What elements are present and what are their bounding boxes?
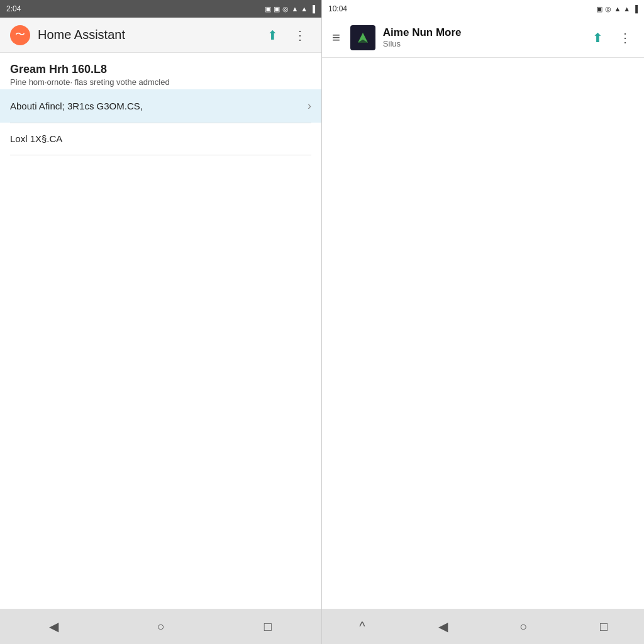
app-info-right: Aime Nun More Silus bbox=[383, 26, 579, 48]
app-logo-svg bbox=[355, 30, 370, 45]
wifi-icon-left: ▲ bbox=[291, 5, 298, 13]
list-item-1-text: Abouti Afincl; 3R1cs G3OM.CS, bbox=[10, 101, 308, 111]
more-icon-left: ⋮ bbox=[294, 28, 306, 43]
recent-button-right[interactable]: □ bbox=[589, 611, 619, 641]
content-title-left: Gream Hrh 160.L8 bbox=[10, 63, 311, 76]
home-icon-right: ○ bbox=[519, 619, 527, 634]
content-left: Gream Hrh 160.L8 Pine hom·ornote· flas s… bbox=[0, 53, 321, 609]
back-icon-right: ◀ bbox=[438, 619, 448, 634]
back-icon-left: ◀ bbox=[49, 619, 58, 634]
list-item-1[interactable]: Abouti Afincl; 3R1cs G3OM.CS, › bbox=[0, 89, 321, 123]
right-time: 10:04 bbox=[328, 4, 347, 13]
list-item-2[interactable]: Loxl 1X§.CA bbox=[0, 123, 321, 155]
nav-bar-left: ◀ ○ □ bbox=[0, 609, 321, 644]
status-bar-right: 10:04 ▣ ◎ ▲ ▲ ▐ bbox=[322, 0, 644, 18]
left-status-icons: ▣ ▣ ◎ ▲ ▲ ▐ bbox=[265, 5, 315, 13]
home-icon-left: ○ bbox=[157, 619, 164, 634]
wifi-icon-right: ▲ bbox=[614, 5, 621, 13]
app-logo-square bbox=[350, 25, 375, 50]
left-time: 2:04 bbox=[6, 4, 21, 13]
back-button-right[interactable]: ◀ bbox=[428, 611, 458, 641]
content-header-left: Gream Hrh 160.L8 Pine hom·ornote· flas s… bbox=[0, 53, 321, 89]
recent-button-left[interactable]: □ bbox=[253, 611, 283, 641]
signal-icon-right: ▲ bbox=[623, 5, 630, 13]
header-icons-left: ⬆ ⋮ bbox=[261, 24, 311, 47]
chevron-icon-1: › bbox=[308, 99, 311, 113]
hamburger-icon: ≡ bbox=[332, 30, 340, 45]
app-header-left: 〜 Home Assistant ⬆ ⋮ bbox=[0, 18, 321, 53]
app-header-right: ≡ Aime Nun More Silus ⬆ ⋮ bbox=[322, 18, 644, 58]
divider-2 bbox=[10, 155, 311, 155]
back-button-left[interactable]: ◀ bbox=[38, 611, 69, 641]
right-status-icons: ▣ ◎ ▲ ▲ ▐ bbox=[596, 5, 638, 13]
location-icon-left: ◎ bbox=[282, 5, 289, 13]
app-icon-circle: 〜 bbox=[10, 25, 30, 45]
grid-icon-right: ▣ bbox=[596, 5, 602, 13]
upload-button-right[interactable]: ⬆ bbox=[586, 26, 609, 49]
signal-icon-left: ▲ bbox=[301, 5, 308, 13]
up-button-right[interactable]: ^ bbox=[347, 611, 377, 641]
battery-icon-left: ▐ bbox=[310, 5, 315, 13]
nav-bar-right: ^ ◀ ○ □ bbox=[322, 609, 644, 644]
right-panel: 10:04 ▣ ◎ ▲ ▲ ▐ ≡ Aime Nun More Silus ⬆ bbox=[322, 0, 644, 644]
wave-icon: 〜 bbox=[15, 28, 25, 42]
content-subtitle-left: Pine hom·ornote· flas sreting vothe admc… bbox=[10, 77, 311, 87]
content-right bbox=[322, 58, 644, 609]
upload-button-left[interactable]: ⬆ bbox=[261, 24, 284, 47]
sim-icon: ▣ bbox=[274, 5, 280, 13]
more-button-left[interactable]: ⋮ bbox=[289, 24, 311, 47]
more-button-right[interactable]: ⋮ bbox=[614, 26, 636, 49]
app-title-left: Home Assistant bbox=[38, 28, 253, 42]
home-button-right[interactable]: ○ bbox=[508, 611, 538, 641]
more-icon-right: ⋮ bbox=[619, 30, 631, 45]
up-icon-right: ^ bbox=[359, 619, 365, 634]
app-sub-right: Silus bbox=[383, 39, 579, 48]
left-panel: 2:04 ▣ ▣ ◎ ▲ ▲ ▐ 〜 Home Assistant ⬆ ⋮ Gr… bbox=[0, 0, 322, 644]
recent-icon-right: □ bbox=[600, 619, 608, 634]
battery-icon-right: ▐ bbox=[633, 5, 638, 13]
upload-icon-left: ⬆ bbox=[267, 28, 278, 43]
home-button-left[interactable]: ○ bbox=[145, 611, 175, 641]
list-item-2-text: Loxl 1X§.CA bbox=[10, 133, 62, 144]
hamburger-button[interactable]: ≡ bbox=[330, 27, 343, 48]
upload-icon-right: ⬆ bbox=[592, 30, 603, 45]
recent-icon-left: □ bbox=[264, 619, 272, 634]
notification-icon: ▣ bbox=[265, 5, 271, 13]
right-header-icons: ⬆ ⋮ bbox=[586, 26, 636, 49]
status-bar-left: 2:04 ▣ ▣ ◎ ▲ ▲ ▐ bbox=[0, 0, 321, 18]
app-name-right: Aime Nun More bbox=[383, 26, 579, 39]
location-icon-right: ◎ bbox=[605, 5, 611, 13]
